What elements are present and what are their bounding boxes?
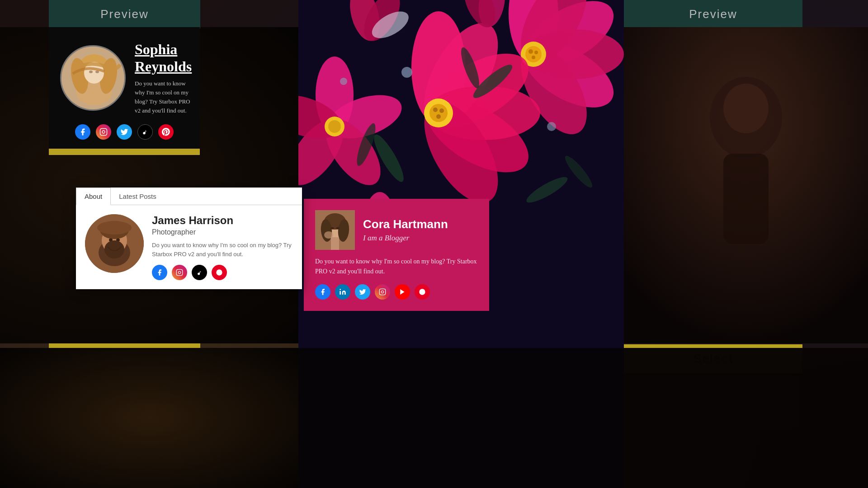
sophia-avatar: [60, 45, 126, 111]
svg-point-71: [104, 240, 124, 258]
svg-rect-72: [176, 269, 182, 275]
tab-header: About Latest Posts: [76, 188, 302, 205]
sophia-yellow-bar: [49, 149, 200, 155]
svg-point-27: [439, 108, 444, 113]
sophia-card: Sophia Reynolds Do you want to know why …: [49, 27, 200, 155]
svg-rect-51: [723, 154, 769, 244]
cora-youtube-icon[interactable]: [395, 284, 410, 300]
cora-instagram-icon[interactable]: [375, 284, 390, 300]
svg-point-68: [97, 221, 132, 235]
sophia-instagram-icon[interactable]: [96, 124, 111, 140]
svg-point-81: [331, 227, 334, 230]
sophia-twitter-icon[interactable]: [117, 124, 132, 140]
svg-point-17: [328, 120, 341, 133]
about-tab[interactable]: About: [76, 188, 111, 205]
svg-point-10: [532, 56, 535, 59]
cora-twitter-icon[interactable]: [355, 284, 370, 300]
preview-bar-3: Preview: [624, 0, 802, 28]
latest-posts-tab-label: Latest Posts: [119, 192, 156, 200]
james-role: Photographer: [152, 228, 293, 236]
figure-svg: [624, 27, 868, 343]
svg-point-84: [340, 289, 341, 290]
cora-facebook-icon[interactable]: [315, 284, 330, 300]
cora-header: Cora Hartmann I am a Blogger: [315, 210, 478, 250]
james-instagram-icon[interactable]: [172, 265, 187, 280]
preview-label-3: Preview: [689, 7, 737, 21]
cora-linkedin-icon[interactable]: [335, 284, 350, 300]
svg-point-7: [525, 46, 542, 62]
james-tiktok-icon[interactable]: [192, 265, 207, 280]
cora-bio: Do you want to know why I'm so cool on m…: [315, 257, 478, 277]
cora-card: Cora Hartmann I am a Blogger Do you want…: [304, 199, 489, 311]
sophia-bio: Do you want to know why I'm so cool on m…: [135, 79, 192, 116]
svg-point-60: [89, 70, 93, 73]
cora-tagline: I am a Blogger: [363, 234, 448, 243]
svg-point-9: [534, 51, 538, 54]
svg-point-48: [562, 153, 596, 190]
preview-bar-1: Preview: [49, 0, 200, 28]
svg-point-38: [401, 67, 412, 78]
sophia-tiktok-icon[interactable]: [137, 124, 153, 140]
svg-rect-62: [100, 129, 107, 136]
preview-label-1: Preview: [100, 7, 148, 21]
james-tab-content: James Harrison Photographer Do you want …: [76, 205, 302, 289]
svg-point-40: [340, 78, 347, 85]
james-social: [152, 265, 293, 280]
latest-posts-tab[interactable]: Latest Posts: [111, 188, 165, 205]
about-tab-label: About: [85, 192, 102, 200]
james-bio: Do you want to know why I'm so cool on m…: [152, 241, 293, 258]
svg-rect-80: [331, 237, 339, 250]
svg-rect-85: [379, 289, 385, 295]
james-info: James Harrison Photographer Do you want …: [152, 214, 293, 280]
cora-name-block: Cora Hartmann I am a Blogger: [363, 217, 448, 242]
svg-point-47: [524, 173, 570, 207]
sophia-portrait: [61, 47, 126, 111]
cora-social: [315, 284, 478, 300]
svg-point-88: [419, 289, 425, 295]
sophia-text-info: Sophia Reynolds Do you want to know why …: [135, 41, 192, 115]
svg-point-39: [547, 122, 556, 131]
svg-point-8: [528, 49, 533, 54]
bottom-thumbnails: [0, 348, 298, 488]
sophia-pinterest-icon[interactable]: [158, 124, 174, 140]
james-facebook-icon[interactable]: [152, 265, 167, 280]
james-pinterest-icon[interactable]: [212, 265, 227, 280]
svg-point-25: [429, 104, 448, 122]
svg-point-28: [436, 114, 441, 119]
cora-name: Cora Hartmann: [363, 217, 448, 231]
right-bottom-bg: [624, 348, 868, 488]
svg-point-52: [723, 84, 769, 133]
sophia-header: Sophia Reynolds Do you want to know why …: [60, 41, 189, 115]
tab-card: About Latest Posts: [76, 188, 302, 289]
sophia-social: [60, 124, 189, 140]
james-portrait: [85, 214, 144, 273]
svg-marker-87: [400, 289, 404, 295]
cora-portrait: [315, 210, 355, 250]
col3-figure: [624, 27, 868, 343]
cora-pinterest-icon[interactable]: [415, 284, 430, 300]
james-name: James Harrison: [152, 214, 293, 227]
svg-point-26: [433, 108, 438, 112]
sophia-name: Sophia Reynolds: [135, 41, 192, 75]
svg-point-74: [216, 269, 222, 275]
sophia-facebook-icon[interactable]: [75, 124, 90, 140]
svg-point-83: [324, 231, 333, 239]
svg-point-82: [336, 227, 340, 230]
sophia-card-inner: Sophia Reynolds Do you want to know why …: [49, 27, 200, 149]
james-avatar: [85, 214, 144, 273]
cora-avatar: [315, 210, 355, 250]
